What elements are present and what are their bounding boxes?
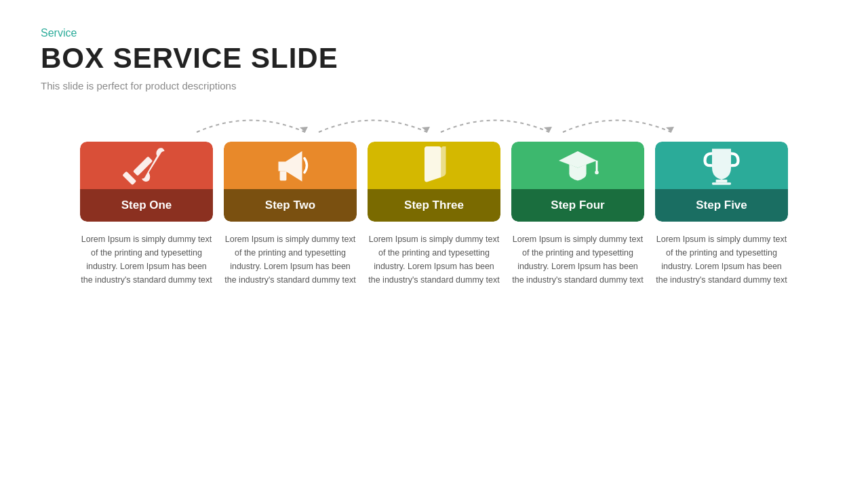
step-one-card: Step One	[80, 142, 213, 222]
tools-icon	[123, 142, 170, 189]
step-two-label: Step Two	[224, 189, 357, 222]
arrow-1	[190, 108, 312, 136]
step-five-label: Step Five	[655, 189, 788, 222]
svg-marker-7	[559, 151, 597, 168]
main-title: BOX SERVICE SLIDE	[41, 42, 827, 75]
service-label: Service	[41, 27, 827, 39]
step-four-description: Lorem Ipsum is simply dummy text of the …	[511, 232, 644, 287]
svg-rect-10	[716, 180, 728, 182]
step-five-card: Step Five	[655, 142, 788, 222]
book-icon	[410, 142, 458, 189]
graduation-icon	[554, 142, 601, 189]
step-three-icon-area	[368, 142, 500, 189]
step-two-card: Step Two	[224, 142, 357, 222]
step-one-label: Step One	[80, 189, 213, 222]
svg-rect-5	[123, 171, 136, 186]
step-four-icon-area	[511, 142, 644, 189]
svg-rect-6	[280, 171, 287, 180]
header: Service BOX SERVICE SLIDE This slide is …	[41, 27, 827, 92]
step-five-description: Lorem Ipsum is simply dummy text of the …	[655, 232, 788, 287]
step-four-label: Step Four	[511, 189, 644, 222]
step-two-icon-area	[224, 142, 357, 189]
slide: Service BOX SERVICE SLIDE This slide is …	[0, 0, 868, 488]
svg-point-9	[595, 171, 599, 175]
svg-rect-4	[133, 157, 153, 176]
step-four-card: Step Four	[511, 142, 644, 222]
step-three-description: Lorem Ipsum is simply dummy text of the …	[368, 232, 500, 287]
svg-rect-11	[712, 182, 731, 185]
content-area: Step One Step Two	[41, 105, 827, 468]
step-two-description: Lorem Ipsum is simply dummy text of the …	[224, 232, 357, 287]
arrows-row	[41, 105, 827, 139]
megaphone-icon	[267, 142, 314, 189]
subtitle: This slide is perfect for product descri…	[41, 80, 827, 92]
descriptions-row: Lorem Ipsum is simply dummy text of the …	[41, 232, 827, 287]
step-three-label: Step Three	[368, 189, 500, 222]
cards-row: Step One Step Two	[41, 142, 827, 222]
step-one-icon-area	[80, 142, 213, 189]
arrow-4	[556, 108, 678, 136]
arrow-2	[312, 108, 434, 136]
step-three-card: Step Three	[368, 142, 500, 222]
step-one-description: Lorem Ipsum is simply dummy text of the …	[80, 232, 213, 287]
trophy-icon	[698, 142, 745, 189]
step-five-icon-area	[655, 142, 788, 189]
arrow-3	[434, 108, 556, 136]
